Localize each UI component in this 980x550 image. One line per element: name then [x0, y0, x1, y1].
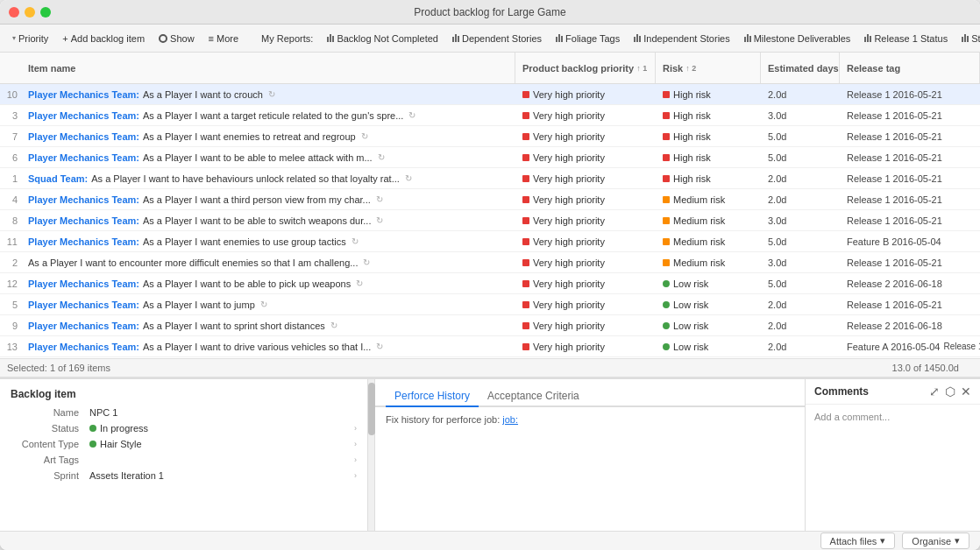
- risk-cell: Medium risk: [656, 252, 761, 272]
- release-cell: Release 1 2016-05-21: [840, 189, 980, 209]
- priority-dot: [522, 91, 529, 98]
- sync-icon[interactable]: ↻: [330, 321, 337, 330]
- external-icon[interactable]: ⬡: [945, 384, 955, 398]
- mid-scrollbar: [368, 379, 375, 531]
- filter-dependent[interactable]: Dependent Stories: [447, 32, 547, 46]
- filter-independent[interactable]: Independent Stories: [628, 32, 735, 46]
- sync-icon[interactable]: ↻: [408, 110, 415, 120]
- table-row[interactable]: 5 Player Mechanics Team: As a Player I w…: [0, 294, 980, 315]
- content-type-row[interactable]: Content Type Hair Style ›: [11, 439, 357, 449]
- sync-icon[interactable]: ↻: [376, 194, 383, 204]
- table-row[interactable]: 7 Player Mechanics Team: As a Player I w…: [0, 126, 980, 147]
- filter-foliage[interactable]: Foliage Tags: [550, 32, 625, 46]
- art-tags-row[interactable]: Art Tags ›: [11, 455, 357, 465]
- days-value: 3.0d: [768, 215, 786, 226]
- risk-cell: High risk: [656, 105, 761, 125]
- priority-text: Very high priority: [533, 279, 605, 289]
- days-value: 2.0d: [768, 300, 786, 310]
- show-button[interactable]: Show: [153, 32, 200, 46]
- filter-backlog[interactable]: Backlog Not Completed: [322, 32, 444, 46]
- close-button[interactable]: [9, 7, 19, 18]
- priority-cell: Very high priority: [515, 84, 656, 104]
- priority-text: Very high priority: [533, 215, 605, 226]
- maximize-button[interactable]: [40, 7, 51, 18]
- sync-icon[interactable]: ↻: [405, 173, 412, 183]
- table-body[interactable]: 10 Player Mechanics Team: As a Player I …: [0, 84, 980, 358]
- attach-files-button[interactable]: Attach files ▾: [820, 532, 896, 549]
- sync-icon[interactable]: ↻: [356, 279, 363, 288]
- sync-icon[interactable]: ↻: [378, 152, 385, 162]
- organise-button[interactable]: Organise ▾: [902, 532, 969, 549]
- item-name: Player Mechanics Team: As a Player I wan…: [21, 336, 515, 356]
- perforce-text: Fix history for perforce job:: [386, 414, 500, 425]
- risk-dot: [663, 322, 670, 329]
- filter-milestone[interactable]: Milestone Deliverables: [739, 32, 856, 46]
- table-row[interactable]: 13 Player Mechanics Team: As a Player I …: [0, 336, 980, 357]
- item-desc: As a Player I want to sprint short dista…: [143, 321, 325, 331]
- content-type-label: Content Type: [11, 439, 89, 449]
- chevron-down-icon2: ▾: [955, 535, 960, 546]
- th-risk[interactable]: Risk ↑ 2: [656, 53, 761, 83]
- priority-cell: Very high priority: [515, 126, 656, 146]
- sprint-row[interactable]: Sprint Assets Iteration 1 ›: [11, 470, 357, 481]
- sync-icon[interactable]: ↻: [376, 215, 383, 225]
- more-button[interactable]: ≡ More: [203, 32, 244, 46]
- table-row[interactable]: 12 Player Mechanics Team: As a Player I …: [0, 273, 980, 294]
- bar-chart-icon3: [556, 34, 563, 42]
- risk-cell: Low risk: [656, 315, 761, 335]
- close-panel-icon[interactable]: ✕: [961, 384, 971, 398]
- table-row[interactable]: 1 Squad Team: As a Player I want to have…: [0, 168, 980, 189]
- my-reports-label: My Reports:: [256, 32, 318, 46]
- risk-text: Low risk: [673, 321, 708, 331]
- row-number: 9: [0, 321, 21, 331]
- sync-icon[interactable]: ↻: [260, 300, 267, 309]
- th-priority[interactable]: Product backlog priority ↑ 1: [515, 53, 656, 83]
- filter-status[interactable]: Status: [956, 32, 980, 46]
- risk-dot: [663, 238, 670, 245]
- sync-icon[interactable]: ↻: [361, 131, 368, 141]
- days-cell: 2.0d: [761, 189, 840, 209]
- sync-icon[interactable]: ↻: [376, 342, 383, 351]
- risk-text: High risk: [673, 152, 711, 163]
- table-row[interactable]: 3 Player Mechanics Team: As a Player I w…: [0, 105, 980, 126]
- sync-icon[interactable]: ↻: [363, 257, 370, 267]
- release-cell: Release 1 2016-05-21: [840, 294, 980, 314]
- table-row[interactable]: 4 Player Mechanics Team: As a Player I w…: [0, 189, 980, 210]
- priority-cell: Very high priority: [515, 189, 656, 209]
- scrollbar-thumb[interactable]: [368, 383, 375, 435]
- minimize-button[interactable]: [25, 7, 35, 18]
- more-label: More: [217, 33, 238, 44]
- sync-icon[interactable]: ↻: [352, 236, 359, 246]
- backlog-item-title: Backlog item: [11, 388, 357, 400]
- tab-acceptance[interactable]: Acceptance Criteria: [479, 386, 588, 407]
- selected-bar: Selected: 1 of 169 items 13.0 of 1450.0d: [0, 358, 980, 377]
- comments-header: Comments ⤢ ⬡ ✕: [806, 379, 980, 405]
- risk-text: High risk: [673, 89, 711, 100]
- priority-dropdown[interactable]: ▾ Priority: [7, 32, 53, 46]
- release-cell: Release 1 2016-05-21: [840, 105, 980, 125]
- tab-perforce[interactable]: Perforce History: [386, 386, 479, 407]
- priority-cell: Very high priority: [515, 294, 656, 314]
- days-value: 2.0d: [768, 89, 786, 100]
- filter-release1[interactable]: Release 1 Status: [859, 32, 953, 46]
- table-row[interactable]: 2 As a Player I want to encounter more d…: [0, 252, 980, 273]
- table-row[interactable]: 8 Player Mechanics Team: As a Player I w…: [0, 210, 980, 231]
- priority-dot: [522, 196, 529, 203]
- item-name: Player Mechanics Team: As a Player I wan…: [21, 273, 515, 293]
- table-row[interactable]: 9 Player Mechanics Team: As a Player I w…: [0, 315, 980, 336]
- team-label: Player Mechanics Team:: [28, 152, 139, 163]
- expand-icon[interactable]: ⤢: [929, 384, 940, 398]
- table-row[interactable]: 11 Player Mechanics Team: As a Player I …: [0, 231, 980, 252]
- table-row[interactable]: 6 Player Mechanics Team: As a Player I w…: [0, 147, 980, 168]
- add-backlog-button[interactable]: + Add backlog item: [57, 32, 150, 46]
- bottom-panel: Backlog item Name NPC 1 Status In progre…: [0, 377, 980, 531]
- status-row[interactable]: Status In progress ›: [11, 423, 357, 434]
- table-row[interactable]: 10 Player Mechanics Team: As a Player I …: [0, 84, 980, 105]
- priority-dot: [522, 112, 529, 119]
- priority-text: Very high priority: [533, 300, 605, 310]
- perforce-link[interactable]: job:: [502, 414, 518, 425]
- item-name: Player Mechanics Team: As a Player I wan…: [21, 210, 515, 230]
- sync-icon[interactable]: ↻: [268, 89, 275, 99]
- priority-text: Very high priority: [533, 257, 605, 268]
- add-comment[interactable]: Add a comment...: [806, 405, 980, 429]
